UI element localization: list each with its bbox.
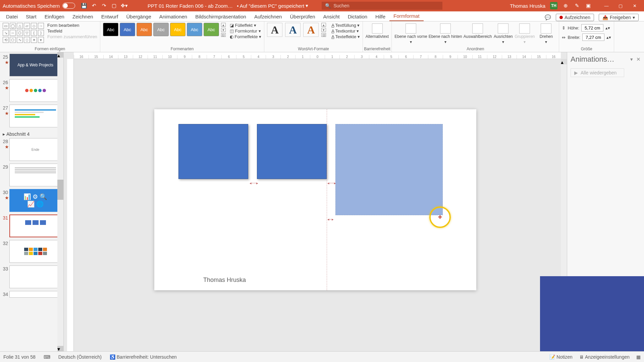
comments-icon[interactable]: 💬	[545, 14, 551, 20]
share-button[interactable]: 📤Freigeben▾	[599, 14, 639, 21]
close-button[interactable]: ✕	[628, 3, 641, 9]
touch-icon[interactable]: ✥▾	[121, 2, 127, 9]
tab-aufzeichnen[interactable]: Aufzeichnen	[250, 12, 286, 21]
tab-ansicht[interactable]: Ansicht	[319, 12, 344, 21]
undo-icon[interactable]: ↶	[91, 2, 97, 9]
tab-bildschirm[interactable]: Bildschirmpräsentation	[191, 12, 250, 21]
pane-chevron-icon[interactable]: ▾	[630, 56, 633, 62]
user-name[interactable]: Thomas Hruska	[510, 3, 545, 9]
save-icon[interactable]: 💾	[80, 2, 87, 9]
edit-shape-button[interactable]: Form bearbeiten	[47, 23, 97, 28]
tab-formformat[interactable]: Formformat	[389, 11, 424, 21]
tab-animationen[interactable]: Animationen	[155, 12, 191, 21]
title-bar: Automatisches Speichern 💾 ↶ ↷ ▢ ✥▾ PPT 0…	[0, 0, 644, 11]
cursor-highlight-icon	[429, 206, 451, 228]
sync-icon[interactable]: ⊕	[562, 2, 569, 9]
height-icon: ⇕	[562, 25, 566, 31]
status-bar: Folie 31 von 58 ⌨ Deutsch (Österreich) ♿…	[0, 351, 644, 362]
vertical-ruler	[67, 59, 74, 351]
autosave-label: Automatisches Speichern	[3, 3, 60, 9]
thumb-29[interactable]: 29	[2, 164, 61, 186]
play-all-button: ▶Alle wiedergeben	[571, 68, 624, 77]
share-icon: 📤	[602, 15, 608, 20]
tab-einfuegen[interactable]: Einfügen	[41, 12, 68, 21]
menu-bar: Datei Start Einfügen Zeichnen Entwurf Üb…	[0, 11, 644, 21]
width-icon: ⇔	[562, 35, 566, 40]
maximize-button[interactable]: ▢	[614, 3, 627, 9]
ribbon: ▭◯△▱◇→ ↘↔⬡▽{} ⟲⬠∿⬯✦▾ Form bearbeiten Tex…	[0, 21, 644, 52]
pane-title: Animations…	[571, 55, 614, 64]
thumb-31[interactable]: 31	[2, 215, 61, 237]
thumb-34[interactable]: 34	[2, 291, 61, 298]
tab-hilfe[interactable]: Hilfe	[371, 12, 389, 21]
textfield-button[interactable]: Textfeld	[47, 28, 97, 34]
thumb-26[interactable]: 26★	[2, 79, 61, 102]
autosave-toggle[interactable]	[62, 3, 75, 9]
thumb-28[interactable]: 28★Ende	[2, 138, 61, 161]
thumb-scrollbar[interactable]: ▴▾	[57, 52, 63, 351]
window-icon[interactable]: ▣	[585, 2, 592, 9]
shape-rect-1[interactable]	[178, 124, 248, 179]
alt-text-button[interactable]: Alternativtext	[366, 23, 389, 39]
section-header[interactable]: ▸Abschnitt 4	[2, 130, 61, 138]
document-title: PPT 01 Roter Faden 006 - ab Zoom…	[148, 3, 233, 9]
record-dot-icon	[559, 16, 563, 19]
shape-outline-button[interactable]: ◫ Formkontur ▾	[230, 28, 261, 34]
tab-uebergaenge[interactable]: Übergänge	[122, 12, 155, 21]
normal-view-icon[interactable]: ▦	[636, 354, 641, 360]
tab-ueberpruefen[interactable]: Überprüfen	[286, 12, 319, 21]
thumb-30[interactable]: 30★📊 ⚙ 🔍📈 🌐	[2, 189, 61, 212]
height-input[interactable]	[581, 24, 603, 32]
thumb-25[interactable]: 25★App & Web Projects	[2, 54, 61, 76]
tab-zeichnen[interactable]: Zeichnen	[68, 12, 97, 21]
ink-icon[interactable]: ✎	[574, 2, 580, 9]
shape-rect-drawing[interactable]	[335, 124, 443, 215]
slide-canvas[interactable]: ◂┄┄▸ ◂┄┄▸ ◂┄▸ Thomas Hruska	[154, 109, 476, 290]
search-icon: 🔍	[325, 3, 331, 8]
shape-fill-button[interactable]: ◪ Fülleffekt ▾	[230, 23, 261, 28]
slide-thumbnails: 25★App & Web Projects 26★ 27★ ▸Abschnitt…	[0, 52, 64, 351]
tab-datei[interactable]: Datei	[2, 12, 22, 21]
text-outline-button[interactable]: A Textkontur ▾	[331, 28, 360, 34]
user-avatar[interactable]: TH	[550, 2, 557, 9]
merge-shapes-button: Formen zusammenführen	[47, 34, 97, 39]
redo-icon[interactable]: ↷	[101, 2, 107, 9]
tab-entwurf[interactable]: Entwurf	[97, 12, 122, 21]
display-settings-button[interactable]: 🖥 Anzeigeeinstellungen	[579, 354, 630, 360]
text-fill-button[interactable]: A Textfüllung ▾	[331, 23, 360, 28]
tab-start[interactable]: Start	[22, 12, 41, 21]
shape-effects-button[interactable]: ◐ Formeffekte ▾	[230, 34, 261, 39]
search-input[interactable]: 🔍 Suchen	[322, 2, 442, 10]
shape-style-gallery[interactable]: Abc Abc Abc Abc Abc Abc Abc ▴▾⊟ ◪ Füllef…	[103, 23, 261, 39]
slide-counter[interactable]: Folie 31 von 58	[3, 354, 36, 360]
present-icon[interactable]: ▢	[111, 2, 117, 9]
thumb-33[interactable]: 33	[2, 265, 61, 288]
language-status[interactable]: Deutsch (Österreich)	[58, 354, 102, 360]
accessibility-status[interactable]: ♿ Barrierefreiheit: Untersuchen	[110, 354, 177, 360]
shape-gallery[interactable]: ▭◯△▱◇→ ↘↔⬡▽{} ⟲⬠∿⬯✦▾	[3, 23, 44, 43]
smart-guide	[327, 109, 327, 290]
webcam-overlay	[540, 276, 644, 351]
thumb-27[interactable]: 27★	[2, 105, 61, 127]
record-button[interactable]: Aufzeichnen	[556, 14, 594, 21]
wordart-gallery[interactable]: A A A ▴▾⊟ A Textfüllung ▾ A Textkontur ▾…	[267, 23, 360, 39]
location-chevron-icon[interactable]: ▾	[306, 3, 308, 9]
minimize-button[interactable]: —	[600, 3, 613, 9]
author-name: Thomas Hruska	[203, 277, 246, 284]
spellcheck-icon[interactable]: ⌨	[44, 354, 50, 360]
notes-button[interactable]: 📝 Notizen	[549, 354, 572, 360]
text-effects-button[interactable]: A Texteffekte ▾	[331, 34, 360, 39]
horizontal-ruler: 1615141312111098765432101234567891011121…	[74, 52, 561, 59]
save-location: • Auf "diesem PC" gespeichert	[237, 3, 304, 9]
tab-dictation[interactable]: Dictation	[344, 12, 371, 21]
width-input[interactable]	[582, 34, 604, 41]
thumb-32[interactable]: 32	[2, 240, 61, 263]
shape-rect-2[interactable]	[257, 124, 327, 179]
slide-editor[interactable]: 1615141312111098765432101234567891011121…	[64, 52, 567, 351]
pane-close-icon[interactable]: ✕	[636, 56, 641, 62]
